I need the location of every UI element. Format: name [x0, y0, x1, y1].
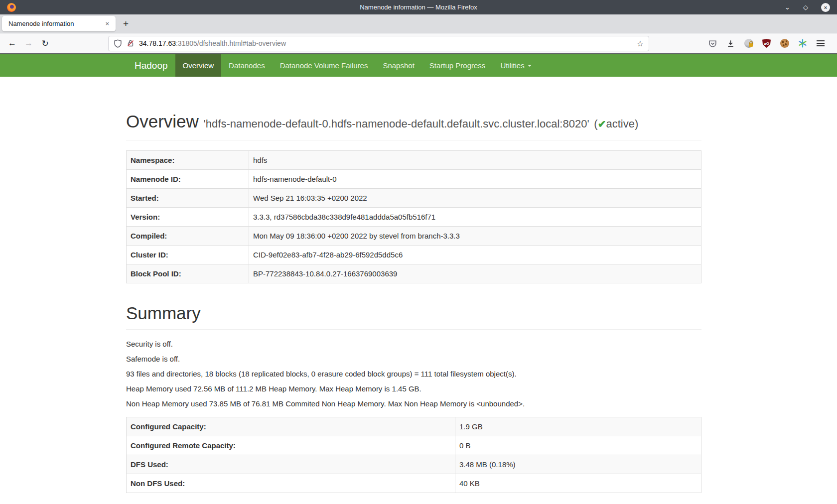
overview-heading: Overview 'hdfs-namenode-default-0.hdfs-n… — [126, 111, 701, 135]
row-label: Compiled: — [127, 227, 249, 246]
row-label: Namespace: — [127, 151, 249, 170]
summary-heading: Summary — [126, 302, 701, 324]
minimize-button[interactable]: ⌄ — [785, 4, 790, 10]
row-label: Started: — [127, 189, 249, 208]
row-value: 3.48 MB (0.18%) — [455, 455, 701, 474]
row-value: CID-9ef02e83-afb7-4f28-ab29-6f592d5dd5c6 — [249, 246, 701, 264]
row-label: DFS Used: — [127, 455, 455, 474]
divider — [126, 140, 701, 140]
navbar-items: Overview Datanodes Datanode Volume Failu… — [175, 54, 539, 77]
maximize-button[interactable]: ◇ — [803, 4, 808, 10]
table-row: Configured Capacity: 1.9 GB — [127, 417, 701, 436]
status-active: (✔active) — [594, 118, 638, 130]
shield-permissions-icon[interactable] — [114, 39, 122, 48]
row-value: 0 B — [455, 436, 701, 455]
overview-title: Overview — [126, 112, 199, 131]
bookmark-star-icon[interactable]: ☆ — [637, 39, 644, 48]
tab-namenode-information[interactable]: Namenode information × — [2, 16, 116, 31]
tab-close-icon[interactable]: × — [103, 19, 112, 28]
summary-line: 93 files and directories, 18 blocks (18 … — [126, 369, 701, 379]
navbar-item-label: Utilities — [500, 54, 524, 77]
row-label: Cluster ID: — [127, 246, 249, 264]
summary-line: Safemode is off. — [126, 354, 701, 364]
row-label: Non DFS Used: — [127, 474, 455, 493]
navbar-item-label: Datanode Volume Failures — [280, 54, 368, 77]
table-row: Namenode ID: hdfs-namenode-default-0 — [127, 170, 701, 189]
summary-line: Non Heap Memory used 73.85 MB of 76.81 M… — [126, 398, 701, 409]
table-row: Configured Remote Capacity: 0 B — [127, 436, 701, 455]
navbar-item[interactable]: Datanodes — [221, 54, 273, 77]
url-bar[interactable]: 34.78.17.63:31805/dfshealth.html#tab-ove… — [108, 36, 649, 51]
row-label: Block Pool ID: — [127, 264, 249, 283]
window-titlebar: Namenode information — Mozilla Firefox ⌄… — [0, 0, 837, 14]
url-text: 34.78.17.63:31805/dfshealth.html#tab-ove… — [139, 39, 286, 47]
navbar-item[interactable]: Snapshot — [375, 54, 421, 77]
hadoop-brand[interactable]: Hadoop — [127, 54, 175, 77]
navbar-item[interactable]: Datanode Volume Failures — [273, 54, 376, 77]
tab-title: Namenode information — [8, 20, 74, 27]
table-row: Started: Wed Sep 21 16:03:35 +0200 2022 — [127, 189, 701, 208]
row-value: hdfs — [249, 151, 701, 170]
table-row: Compiled: Mon May 09 18:36:00 +0200 2022… — [127, 227, 701, 246]
close-window-button[interactable]: × — [821, 3, 830, 12]
capacity-table: Configured Capacity: 1.9 GB Configured R… — [126, 417, 701, 493]
row-value: hdfs-namenode-default-0 — [249, 170, 701, 189]
tab-bar: Namenode information × + — [0, 14, 837, 33]
back-button[interactable]: ← — [4, 36, 20, 51]
window-title: Namenode information — Mozilla Firefox — [0, 3, 837, 11]
privacy-extension-icon[interactable] — [744, 39, 753, 48]
check-icon: ✔ — [598, 119, 606, 129]
row-label: Configured Remote Capacity: — [127, 436, 455, 455]
new-tab-button[interactable]: + — [123, 18, 129, 29]
row-value: Mon May 09 18:36:00 +0200 2022 by stevel… — [249, 227, 701, 246]
summary-line: Heap Memory used 72.56 MB of 111.2 MB He… — [126, 383, 701, 394]
row-label: Version: — [127, 208, 249, 227]
navbar-item-label: Snapshot — [383, 54, 414, 77]
table-row: Version: 3.3.3, rd37586cbda38c338d9fe481… — [127, 208, 701, 227]
reload-button[interactable]: ↻ — [37, 36, 53, 51]
url-path: :31805/dfshealth.html#tab-overview — [176, 39, 286, 47]
summary-line: Security is off. — [126, 339, 701, 349]
row-value: 1.9 GB — [455, 417, 701, 436]
pocket-icon[interactable] — [708, 39, 717, 48]
table-row: Cluster ID: CID-9ef02e83-afb7-4f28-ab29-… — [127, 246, 701, 264]
hadoop-navbar: Hadoop Overview Datanodes Datanode Volum… — [0, 54, 837, 77]
table-row: Namespace: hdfs — [127, 151, 701, 170]
table-row: Non DFS Used: 40 KB — [127, 474, 701, 493]
cookie-extension-icon[interactable] — [780, 39, 789, 48]
summary-lines: Security is off. Safemode is off. 93 fil… — [126, 339, 701, 409]
navbar-item[interactable]: Overview — [175, 54, 222, 77]
divider — [126, 329, 701, 330]
row-label: Namenode ID: — [127, 170, 249, 189]
navbar-item-label: Datanodes — [229, 54, 265, 77]
page-content: Overview 'hdfs-namenode-default-0.hdfs-n… — [126, 111, 701, 493]
row-label: Configured Capacity: — [127, 417, 455, 436]
row-value: 3.3.3, rd37586cbda38c338d9fe481addda5a05… — [249, 208, 701, 227]
downloads-icon[interactable] — [726, 39, 735, 48]
url-host: 34.78.17.63 — [139, 39, 176, 47]
navbar-item-label: Overview — [183, 54, 214, 77]
menu-hamburger-icon[interactable] — [816, 39, 825, 48]
namenode-info-table: Namespace: hdfs Namenode ID: hdfs-nameno… — [126, 150, 701, 283]
namenode-address: 'hdfs-namenode-default-0.hdfs-namenode-d… — [204, 118, 589, 130]
forward-button[interactable]: → — [20, 36, 37, 51]
insecure-lock-icon[interactable] — [127, 39, 135, 47]
navbar-item[interactable]: Startup Progress — [422, 54, 493, 77]
row-value: 40 KB — [455, 474, 701, 493]
browser-toolbar: ← → ↻ 34.78.17.63:31805/dfshealth.html#t… — [0, 33, 837, 54]
navbar-item-label: Startup Progress — [429, 54, 486, 77]
table-row: Block Pool ID: BP-772238843-10.84.0.27-1… — [127, 264, 701, 283]
navbar-item[interactable]: Utilities — [493, 54, 539, 77]
ublock-origin-icon[interactable]: uO — [762, 39, 771, 48]
asterisk-extension-icon[interactable] — [798, 39, 807, 48]
row-value: Wed Sep 21 16:03:35 +0200 2022 — [249, 189, 701, 208]
chevron-down-icon — [528, 65, 532, 67]
row-value: BP-772238843-10.84.0.27-1663769003639 — [249, 264, 701, 283]
table-row: DFS Used: 3.48 MB (0.18%) — [127, 455, 701, 474]
firefox-logo-icon — [7, 3, 16, 12]
